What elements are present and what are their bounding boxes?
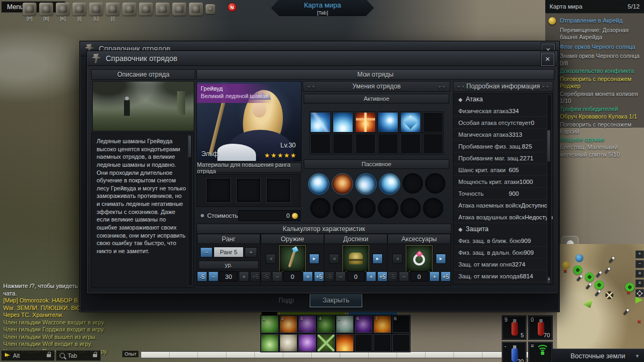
minimap-filter-button[interactable]: ≡ bbox=[635, 279, 644, 287]
minimap-zoom-out-button[interactable]: − bbox=[635, 260, 644, 268]
armor-plus-button[interactable]: + bbox=[366, 271, 376, 282]
rank-decrease-button[interactable]: − bbox=[200, 247, 213, 257]
hotbar-slot-15[interactable] bbox=[374, 334, 391, 352]
potion-slot[interactable]: 070 bbox=[529, 316, 552, 339]
help-icon[interactable]: [/] bbox=[106, 3, 120, 16]
hotbar-slot-3[interactable]: 3 bbox=[298, 315, 316, 333]
extra-icon[interactable] bbox=[206, 4, 215, 14]
skill-slot-empty[interactable] bbox=[400, 134, 421, 154]
quest-title[interactable]: Мощное оружие bbox=[545, 136, 642, 144]
hotbar-slot-16[interactable] bbox=[392, 334, 410, 352]
minimap-settings-button[interactable] bbox=[635, 289, 644, 297]
skills-icon[interactable]: [B] bbox=[39, 3, 53, 16]
potion-slot[interactable]: 95 bbox=[502, 316, 526, 339]
minimap-layers-button[interactable]: ≡ bbox=[635, 270, 644, 278]
minimap-guard-marker[interactable] bbox=[573, 265, 582, 275]
skill-slot-ice-crystal[interactable] bbox=[400, 112, 421, 132]
hotbar-slot-5[interactable]: 5 bbox=[336, 315, 354, 333]
minimap-guard-marker[interactable] bbox=[585, 272, 594, 282]
passive-slot-fang[interactable] bbox=[332, 173, 353, 195]
level-plus5-button[interactable]: +5 bbox=[250, 271, 260, 282]
material-slot[interactable] bbox=[236, 178, 261, 203]
armor-prev-button[interactable]: ◄ bbox=[329, 254, 339, 264]
potion-slot[interactable]: -20 bbox=[502, 342, 526, 362]
accessory-next-button[interactable]: ► bbox=[436, 254, 446, 264]
armor-minus5-button[interactable]: -5 bbox=[324, 271, 334, 282]
skill-slot-empty[interactable] bbox=[423, 134, 443, 154]
passive-slot-frost-shield[interactable] bbox=[308, 173, 330, 195]
passive-slot-empty[interactable] bbox=[310, 198, 331, 218]
passive-slot-empty[interactable] bbox=[333, 198, 353, 218]
hotbar-slot-12[interactable] bbox=[317, 334, 335, 352]
skill-slot-frost-wave[interactable] bbox=[378, 112, 398, 132]
weapon-minus5-button[interactable]: -5 bbox=[261, 271, 271, 282]
passive-slot-empty[interactable] bbox=[423, 198, 443, 218]
accessory-plus-button[interactable]: + bbox=[429, 271, 440, 282]
passive-slot-empty[interactable] bbox=[425, 173, 445, 194]
material-slot[interactable] bbox=[266, 178, 291, 203]
passive-slot-empty[interactable] bbox=[355, 198, 376, 218]
quest-item[interactable]: Отправление в Акрейд bbox=[545, 16, 642, 26]
weapon-minus-button[interactable]: − bbox=[272, 271, 282, 282]
quest-title[interactable]: Трофеи победителей bbox=[545, 106, 642, 113]
hotbar-slot-8[interactable]: 8 bbox=[392, 315, 410, 333]
material-slot[interactable] bbox=[206, 178, 231, 203]
alt-cursor-toggle[interactable]: Alt bbox=[1, 350, 55, 361]
close-icon[interactable]: × bbox=[541, 53, 554, 66]
accessory-item-icon[interactable] bbox=[406, 245, 433, 272]
skill-slot-ice-burst[interactable] bbox=[333, 112, 353, 132]
scrollbar[interactable]: ▼ bbox=[547, 94, 552, 283]
armor-plus5-button[interactable]: +5 bbox=[377, 271, 387, 282]
quest-title[interactable]: Доказательство конфликта bbox=[545, 68, 642, 75]
weapon-plus5-button[interactable]: +5 bbox=[314, 271, 324, 282]
skill-slot-fire-pillar[interactable] bbox=[355, 112, 376, 132]
passive-slot-ice-figure[interactable] bbox=[379, 173, 400, 195]
minimap-guard-marker[interactable] bbox=[595, 280, 604, 290]
skill-slot-empty[interactable] bbox=[378, 134, 398, 154]
book-icon[interactable]: [K] bbox=[56, 3, 70, 16]
tab-target-toggle[interactable]: Tab bbox=[56, 350, 101, 361]
passive-slot-empty[interactable] bbox=[378, 198, 398, 218]
accessory-minus-button[interactable]: − bbox=[399, 271, 409, 282]
level-plus-button[interactable]: + bbox=[239, 271, 249, 282]
skill-slot-ice-shards[interactable] bbox=[310, 112, 331, 132]
scroll-down-icon[interactable]: ▼ bbox=[547, 277, 550, 283]
armor-minus-button[interactable]: − bbox=[335, 271, 346, 282]
region-selector[interactable]: Восточные земли ▼ bbox=[552, 349, 644, 362]
guild-icon[interactable] bbox=[139, 3, 153, 16]
crafting-icon[interactable]: [L] bbox=[89, 3, 103, 16]
minimap-marker[interactable] bbox=[575, 254, 583, 262]
weapon-plus-button[interactable]: + bbox=[303, 271, 313, 282]
accessory-minus5-button[interactable]: -5 bbox=[387, 271, 398, 282]
hotbar-slot-4[interactable]: 4 bbox=[317, 315, 335, 333]
notification-badge[interactable]: N bbox=[228, 3, 237, 12]
passive-slot-empty[interactable] bbox=[402, 173, 423, 194]
hotbar-slot-14[interactable] bbox=[355, 334, 372, 352]
armor-item-icon[interactable] bbox=[342, 245, 369, 272]
skill-slot-empty[interactable] bbox=[355, 134, 376, 154]
hotbar-slot-1[interactable]: 1 bbox=[261, 315, 279, 333]
hotbar-slot-7[interactable]: 7 bbox=[374, 315, 391, 333]
skill-slot-empty[interactable] bbox=[423, 112, 443, 132]
armor-next-button[interactable]: ► bbox=[372, 254, 383, 264]
inventory-icon[interactable]: [I] bbox=[72, 3, 86, 16]
hotbar-slot-2[interactable]: 2 bbox=[280, 315, 297, 333]
skill-slot-empty[interactable] bbox=[310, 134, 331, 154]
hotbar-slot-11[interactable] bbox=[298, 334, 316, 352]
accessory-plus5-button[interactable]: +5 bbox=[441, 271, 451, 282]
minimap[interactable]: × × × + − ≡ ≡ bbox=[557, 244, 644, 349]
rune-icon[interactable] bbox=[189, 3, 203, 16]
scrollbar[interactable] bbox=[188, 135, 193, 286]
chest-icon[interactable] bbox=[122, 3, 136, 16]
window-titlebar[interactable]: Справочник отрядов bbox=[87, 51, 557, 66]
close-button[interactable]: Закрыть bbox=[310, 292, 362, 307]
tab-my-squads[interactable]: Мои отряды bbox=[196, 69, 554, 80]
skill-slot-empty[interactable] bbox=[333, 134, 353, 154]
hotbar-slot-6[interactable]: 6 bbox=[355, 315, 372, 333]
quest-item[interactable]: Флаг орков Черного солнца bbox=[545, 42, 642, 53]
world-map-button[interactable]: Карта мира [Tab] bbox=[271, 0, 374, 16]
rank-increase-button[interactable]: + bbox=[245, 247, 257, 257]
gift-icon[interactable] bbox=[156, 3, 170, 16]
passive-slot-spirit[interactable] bbox=[355, 173, 377, 195]
hotbar-slot-10[interactable] bbox=[280, 334, 297, 352]
